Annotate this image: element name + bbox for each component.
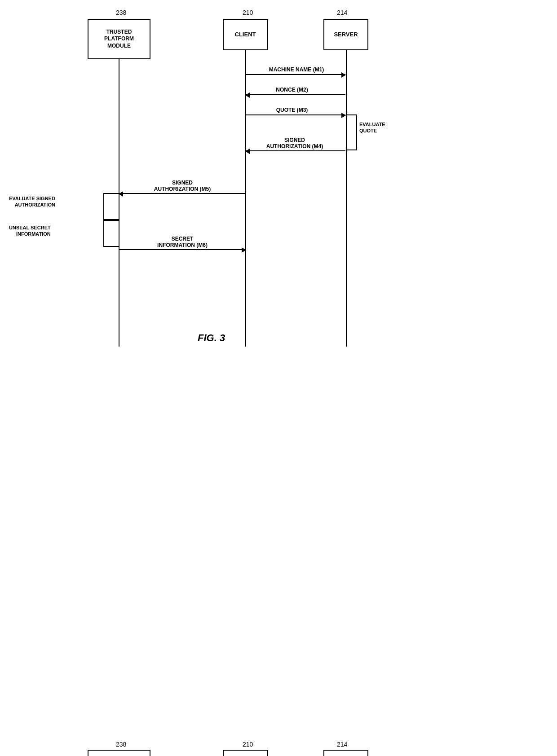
fig4-server-num: 214 (337, 741, 347, 748)
fig4-diagram: 238 210 214 TRUSTEDPLATFORMMODULE CLIENT… (0, 364, 557, 756)
fig4-client-box: CLIENT (223, 750, 268, 756)
fig3-tpm-num: 238 (116, 9, 126, 16)
fig3-diagram: 238 210 214 TRUSTEDPLATFORMMODULE CLIENT… (0, 0, 557, 364)
fig3-unseal-bracket (103, 220, 119, 247)
fig3-label-m5: SIGNEDAUTHORIZATION (M5) (137, 180, 227, 192)
fig3-arrow-m3 (246, 114, 345, 115)
fig3-arrow-m2 (246, 94, 345, 95)
fig3-tpm-box: TRUSTEDPLATFORMMODULE (88, 19, 150, 59)
fig3-label-m2: NONCE (M2) (265, 87, 319, 93)
fig3-evaluate-quote-label: EVALUATEQUOTE (359, 121, 385, 134)
fig4-tpm-num: 238 (116, 741, 126, 748)
fig4-tpm-box: TRUSTEDPLATFORMMODULE (88, 750, 150, 756)
fig3-label-m3: QUOTE (M3) (265, 107, 319, 113)
fig3-eval-signed-label: EVALUATE SIGNEDAUTHORIZATION (9, 195, 55, 208)
fig3-label-m1: MACHINE NAME (M1) (252, 66, 341, 73)
fig3-evaluate-quote-bracket (346, 114, 357, 150)
fig3-server-box: SERVER (323, 19, 368, 50)
fig3-unseal-label: UNSEAL SECRETINFORMATION (9, 224, 51, 237)
fig3-eval-signed-bracket (103, 193, 119, 220)
fig3-client-box: CLIENT (223, 19, 268, 50)
fig4-client-num: 210 (243, 741, 253, 748)
fig4-server-box: SERVER (323, 750, 368, 756)
fig3-server-lifeline (346, 50, 347, 347)
fig3-client-num: 210 (243, 9, 253, 16)
fig3-arrow-m6 (119, 249, 246, 250)
fig3-arrow-m5 (119, 193, 246, 194)
fig3-label-m6: SECRETINFORMATION (M6) (137, 236, 227, 248)
fig3-arrow-m4 (246, 150, 345, 151)
fig3-arrow-m1 (246, 74, 345, 75)
fig3-label-m4: SIGNEDAUTHORIZATION (M4) (250, 137, 340, 149)
fig3-caption: FIG. 3 (198, 332, 225, 344)
fig3-server-num: 214 (337, 9, 347, 16)
